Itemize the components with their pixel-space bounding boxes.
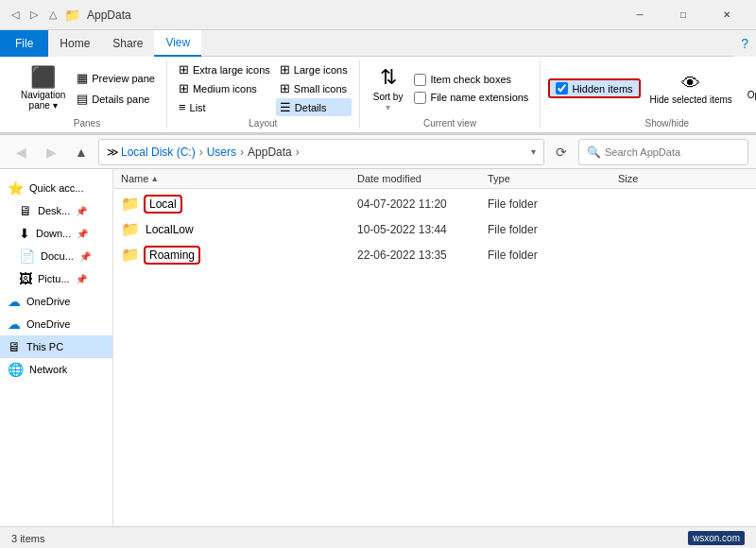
roaming-date: 22-06-2022 13:35	[357, 248, 488, 262]
tab-share[interactable]: Share	[101, 30, 154, 57]
file-area: Name ▲ Date modified Type Size 📁 Local 0…	[113, 169, 756, 526]
close-button[interactable]: ✕	[705, 0, 748, 30]
title-bar-icons: ◁ ▷ △ 📁	[8, 8, 79, 23]
sidebar: ⭐ Quick acc... 🖥 Desk... 📌 ⬇ Down... 📌 📄…	[0, 169, 113, 526]
locallow-type: File folder	[488, 223, 618, 236]
downloads-icon: ⬇	[19, 226, 30, 241]
current-view-content: ⇅ Sort by ▾ Item check boxes File name e…	[368, 60, 533, 116]
panes-split: ▦ Preview pane ▤ Details pane	[73, 69, 159, 108]
desktop-icon: 🖥	[19, 203, 32, 218]
show-hide-group: Hidden items 👁 Hide selected items ⚙ Opt…	[541, 60, 756, 128]
breadcrumb-localdisk[interactable]: Local Disk (C:)	[121, 146, 196, 159]
breadcrumb-users[interactable]: Users	[207, 146, 236, 159]
sidebar-item-documents[interactable]: 📄 Docu... 📌	[0, 245, 112, 267]
window-controls: ─ □ ✕	[618, 0, 748, 30]
options-button[interactable]: ⚙ Options ▾	[742, 65, 756, 112]
preview-pane-button[interactable]: ▦ Preview pane	[73, 69, 159, 87]
panes-group: ⬛ Navigationpane ▾ ▦ Preview pane ▤ Deta…	[8, 60, 167, 128]
roaming-type: File folder	[488, 248, 618, 262]
address-bar: ◀ ▶ ▲ ≫ Local Disk (C:) › Users › AppDat…	[0, 135, 756, 169]
back-button[interactable]: ◀	[8, 139, 34, 165]
pin-icon: 📌	[76, 206, 87, 216]
small-icons-button[interactable]: ⊞ Small icons	[276, 79, 352, 97]
tab-home[interactable]: Home	[48, 30, 101, 57]
this-pc-icon: 🖥	[8, 339, 21, 354]
sidebar-item-network[interactable]: 🌐 Network	[0, 358, 112, 381]
roaming-label: Roaming	[146, 248, 198, 263]
local-type: File folder	[488, 197, 618, 211]
sort-arrow: ▲	[150, 174, 159, 183]
large-icons-button[interactable]: ⊞ Large icons	[276, 60, 352, 78]
breadcrumb-expand[interactable]: ▾	[531, 146, 536, 157]
breadcrumb[interactable]: ≫ Local Disk (C:) › Users › AppData › ▾	[98, 139, 544, 165]
extra-large-icons-button[interactable]: ⊞ Extra large icons	[175, 60, 274, 78]
forward-button[interactable]: ▶	[38, 139, 64, 165]
show-hide-content: Hidden items 👁 Hide selected items ⚙ Opt…	[548, 60, 756, 116]
panes-content: ⬛ Navigationpane ▾ ▦ Preview pane ▤ Deta…	[15, 60, 159, 116]
network-icon: 🌐	[8, 362, 24, 377]
view-checkboxes: Item check boxes File name extensions	[410, 70, 532, 108]
hidden-items-option[interactable]: Hidden items	[548, 78, 640, 98]
folder-icon: 📁	[64, 8, 79, 23]
file-row-local[interactable]: 📁 Local 04-07-2022 11:20 File folder	[113, 191, 756, 216]
breadcrumb-icon: ≫	[107, 146, 119, 159]
file-row-roaming[interactable]: 📁 Roaming 22-06-2022 13:35 File folder	[113, 242, 756, 267]
back-icon: ◁	[8, 8, 23, 23]
file-name-extensions-option[interactable]: File name extensions	[410, 90, 532, 106]
refresh-button[interactable]: ⟳	[548, 139, 575, 165]
file-name-locallow: 📁 LocalLow	[121, 220, 357, 238]
col-date[interactable]: Date modified	[357, 173, 488, 184]
navigation-pane-button[interactable]: ⬛ Navigationpane ▾	[15, 64, 71, 113]
item-checkboxes-option[interactable]: Item check boxes	[410, 72, 532, 88]
ribbon-content: ⬛ Navigationpane ▾ ▦ Preview pane ▤ Deta…	[0, 57, 756, 134]
minimize-button[interactable]: ─	[618, 0, 662, 30]
file-header: Name ▲ Date modified Type Size	[113, 169, 756, 189]
main-content: ⭐ Quick acc... 🖥 Desk... 📌 ⬇ Down... 📌 📄…	[0, 169, 756, 526]
hide-selected-button[interactable]: 👁 Hide selected items	[646, 71, 736, 107]
show-hide-label: Show/hide	[644, 116, 689, 128]
navigation-pane-label: Navigationpane ▾	[21, 90, 65, 111]
maximize-button[interactable]: □	[662, 0, 705, 30]
sidebar-item-onedrive1[interactable]: ☁ OneDrive	[0, 290, 112, 313]
item-count: 3 items	[11, 533, 44, 544]
local-date: 04-07-2022 11:20	[357, 197, 488, 211]
sidebar-item-quick-access[interactable]: ⭐ Quick acc...	[0, 177, 112, 199]
search-input[interactable]	[605, 146, 740, 158]
col-type[interactable]: Type	[488, 173, 618, 184]
file-name-local: 📁 Local	[121, 195, 357, 213]
folder-icon-locallow: 📁	[121, 220, 140, 238]
col-name[interactable]: Name ▲	[121, 173, 357, 184]
list-button[interactable]: ≡ List	[175, 98, 274, 116]
details-button[interactable]: ☰ Details	[276, 98, 352, 116]
sidebar-item-thispc[interactable]: 🖥 This PC	[0, 335, 112, 358]
window-title: AppData	[87, 9, 618, 22]
up-button[interactable]: ▲	[68, 139, 94, 165]
show-hide-checkboxes: Hidden items	[548, 77, 640, 100]
locallow-label: LocalLow	[146, 223, 194, 236]
title-bar: ◁ ▷ △ 📁 AppData ─ □ ✕	[0, 0, 756, 30]
watermark: wsxon.com	[688, 533, 745, 543]
local-label: Local	[146, 197, 180, 212]
status-bar: 3 items wsxon.com	[0, 526, 756, 548]
ribbon: File Home Share View ? ⬛ Navigationpane …	[0, 30, 756, 135]
file-name-roaming: 📁 Roaming	[121, 246, 357, 264]
sidebar-item-downloads[interactable]: ⬇ Down... 📌	[0, 222, 112, 245]
onedrive-icon-2: ☁	[8, 317, 21, 332]
sidebar-item-desktop[interactable]: 🖥 Desk... 📌	[0, 199, 112, 222]
tab-file[interactable]: File	[0, 30, 48, 57]
layout-group: ⊞ Extra large icons ⊞ Medium icons ≡ Lis…	[167, 60, 360, 128]
layout-content: ⊞ Extra large icons ⊞ Medium icons ≡ Lis…	[175, 60, 352, 116]
col-size[interactable]: Size	[618, 173, 748, 184]
help-button[interactable]: ?	[733, 30, 756, 57]
sort-by-button[interactable]: ⇅ Sort by ▾	[368, 62, 409, 115]
documents-icon: 📄	[19, 248, 35, 264]
current-view-group: ⇅ Sort by ▾ Item check boxes File name e…	[360, 60, 541, 128]
sidebar-item-onedrive2[interactable]: ☁ OneDrive	[0, 313, 112, 335]
breadcrumb-appdata: AppData	[248, 146, 292, 159]
details-pane-button[interactable]: ▤ Details pane	[73, 90, 159, 108]
medium-icons-button[interactable]: ⊞ Medium icons	[175, 79, 274, 97]
sidebar-item-pictures[interactable]: 🖼 Pictu... 📌	[0, 267, 112, 290]
tab-view[interactable]: View	[154, 30, 201, 57]
folder-icon-local: 📁	[121, 195, 140, 213]
file-row-locallow[interactable]: 📁 LocalLow 10-05-2022 13:44 File folder	[113, 216, 756, 242]
